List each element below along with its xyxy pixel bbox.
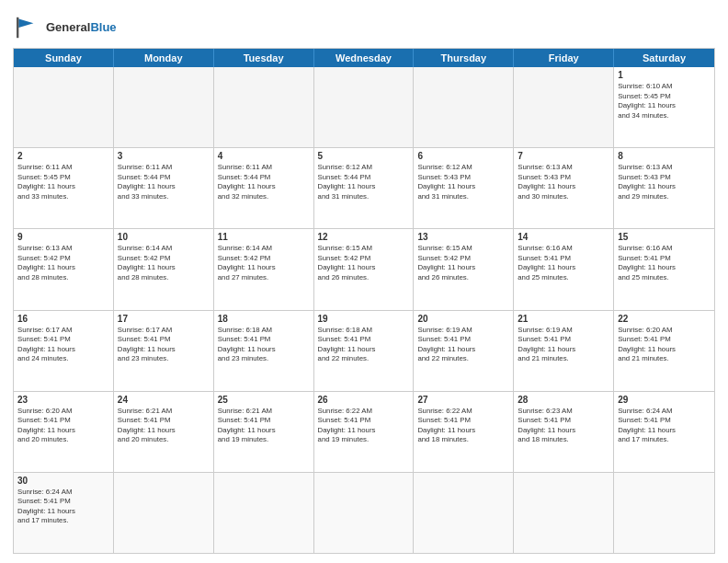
cal-cell-1-2: 4Sunrise: 6:11 AMSunset: 5:44 PMDaylight… bbox=[214, 148, 314, 228]
cal-cell-3-3: 19Sunrise: 6:18 AMSunset: 5:41 PMDayligh… bbox=[314, 311, 415, 391]
cal-cell-1-0: 2Sunrise: 6:11 AMSunset: 5:45 PMDaylight… bbox=[14, 148, 114, 228]
day-info: Sunrise: 6:16 AMSunset: 5:41 PMDaylight:… bbox=[518, 244, 609, 282]
day-number: 2 bbox=[17, 151, 109, 161]
day-info: Sunrise: 6:18 AMSunset: 5:41 PMDaylight:… bbox=[318, 326, 410, 364]
day-number: 27 bbox=[417, 395, 509, 405]
logo: GeneralBlue bbox=[13, 13, 117, 42]
cal-cell-0-6: 1Sunrise: 6:10 AMSunset: 5:45 PMDaylight… bbox=[614, 67, 714, 147]
cal-cell-5-0: 30Sunrise: 6:24 AMSunset: 5:41 PMDayligh… bbox=[14, 473, 114, 553]
day-info: Sunrise: 6:19 AMSunset: 5:41 PMDaylight:… bbox=[417, 326, 509, 364]
day-number: 12 bbox=[318, 232, 410, 242]
day-info: Sunrise: 6:24 AMSunset: 5:41 PMDaylight:… bbox=[618, 407, 711, 445]
cal-cell-3-6: 22Sunrise: 6:20 AMSunset: 5:41 PMDayligh… bbox=[614, 311, 714, 391]
day-info: Sunrise: 6:22 AMSunset: 5:41 PMDaylight:… bbox=[417, 407, 509, 445]
weekday-header-monday: Monday bbox=[114, 49, 214, 67]
cal-cell-4-1: 24Sunrise: 6:21 AMSunset: 5:41 PMDayligh… bbox=[114, 392, 214, 472]
day-info: Sunrise: 6:10 AMSunset: 5:45 PMDaylight:… bbox=[618, 82, 711, 121]
day-number: 8 bbox=[618, 151, 711, 161]
cal-cell-0-2 bbox=[214, 67, 314, 147]
day-info: Sunrise: 6:14 AMSunset: 5:42 PMDaylight:… bbox=[118, 244, 210, 282]
day-number: 28 bbox=[518, 395, 609, 405]
cal-cell-4-0: 23Sunrise: 6:20 AMSunset: 5:41 PMDayligh… bbox=[14, 392, 114, 472]
day-info: Sunrise: 6:18 AMSunset: 5:41 PMDaylight:… bbox=[218, 326, 310, 364]
cal-cell-4-6: 29Sunrise: 6:24 AMSunset: 5:41 PMDayligh… bbox=[614, 392, 714, 472]
cal-cell-2-6: 15Sunrise: 6:16 AMSunset: 5:41 PMDayligh… bbox=[614, 229, 714, 309]
cal-cell-3-4: 20Sunrise: 6:19 AMSunset: 5:41 PMDayligh… bbox=[414, 311, 514, 391]
header: GeneralBlue bbox=[13, 9, 715, 42]
day-number: 22 bbox=[618, 314, 711, 324]
cal-cell-2-3: 12Sunrise: 6:15 AMSunset: 5:42 PMDayligh… bbox=[314, 229, 415, 309]
day-number: 18 bbox=[218, 314, 310, 324]
day-info: Sunrise: 6:12 AMSunset: 5:43 PMDaylight:… bbox=[417, 163, 509, 201]
day-info: Sunrise: 6:22 AMSunset: 5:41 PMDaylight:… bbox=[318, 407, 410, 445]
day-number: 10 bbox=[118, 232, 210, 242]
weekday-header-tuesday: Tuesday bbox=[214, 49, 314, 67]
day-info: Sunrise: 6:14 AMSunset: 5:42 PMDaylight:… bbox=[218, 244, 310, 282]
day-info: Sunrise: 6:15 AMSunset: 5:42 PMDaylight:… bbox=[417, 244, 509, 282]
day-info: Sunrise: 6:11 AMSunset: 5:44 PMDaylight:… bbox=[218, 163, 310, 201]
calendar-row-4: 23Sunrise: 6:20 AMSunset: 5:41 PMDayligh… bbox=[14, 391, 714, 472]
day-info: Sunrise: 6:19 AMSunset: 5:41 PMDaylight:… bbox=[518, 326, 609, 364]
day-info: Sunrise: 6:23 AMSunset: 5:41 PMDaylight:… bbox=[518, 407, 609, 445]
day-info: Sunrise: 6:13 AMSunset: 5:43 PMDaylight:… bbox=[518, 163, 609, 201]
calendar: SundayMondayTuesdayWednesdayThursdayFrid… bbox=[13, 48, 715, 554]
day-number: 15 bbox=[618, 232, 711, 242]
svg-marker-0 bbox=[18, 18, 33, 28]
cal-cell-1-3: 5Sunrise: 6:12 AMSunset: 5:44 PMDaylight… bbox=[314, 148, 415, 228]
day-number: 3 bbox=[118, 151, 210, 161]
calendar-body: 1Sunrise: 6:10 AMSunset: 5:45 PMDaylight… bbox=[14, 67, 714, 553]
cal-cell-5-1 bbox=[114, 473, 214, 553]
day-number: 24 bbox=[118, 395, 210, 405]
cal-cell-3-1: 17Sunrise: 6:17 AMSunset: 5:41 PMDayligh… bbox=[114, 311, 214, 391]
cal-cell-0-5 bbox=[514, 67, 614, 147]
cal-cell-0-1 bbox=[114, 67, 214, 147]
day-number: 17 bbox=[118, 314, 210, 324]
day-number: 25 bbox=[218, 395, 310, 405]
cal-cell-3-5: 21Sunrise: 6:19 AMSunset: 5:41 PMDayligh… bbox=[514, 311, 614, 391]
day-info: Sunrise: 6:11 AMSunset: 5:45 PMDaylight:… bbox=[17, 163, 109, 201]
weekday-header-saturday: Saturday bbox=[614, 49, 714, 67]
cal-cell-0-4 bbox=[414, 67, 514, 147]
cal-cell-4-5: 28Sunrise: 6:23 AMSunset: 5:41 PMDayligh… bbox=[514, 392, 614, 472]
weekday-header-thursday: Thursday bbox=[414, 49, 514, 67]
cal-cell-5-6 bbox=[614, 473, 714, 553]
day-info: Sunrise: 6:13 AMSunset: 5:42 PMDaylight:… bbox=[17, 244, 109, 282]
cal-cell-0-3 bbox=[314, 67, 415, 147]
day-number: 29 bbox=[618, 395, 711, 405]
cal-cell-3-0: 16Sunrise: 6:17 AMSunset: 5:41 PMDayligh… bbox=[14, 311, 114, 391]
cal-cell-5-4 bbox=[414, 473, 514, 553]
day-info: Sunrise: 6:12 AMSunset: 5:44 PMDaylight:… bbox=[318, 163, 410, 201]
calendar-row-2: 9Sunrise: 6:13 AMSunset: 5:42 PMDaylight… bbox=[14, 228, 714, 309]
day-info: Sunrise: 6:24 AMSunset: 5:41 PMDaylight:… bbox=[17, 488, 109, 526]
day-number: 20 bbox=[417, 314, 509, 324]
day-info: Sunrise: 6:17 AMSunset: 5:41 PMDaylight:… bbox=[118, 326, 210, 364]
cal-cell-1-6: 8Sunrise: 6:13 AMSunset: 5:43 PMDaylight… bbox=[614, 148, 714, 228]
day-number: 19 bbox=[318, 314, 410, 324]
cal-cell-2-1: 10Sunrise: 6:14 AMSunset: 5:42 PMDayligh… bbox=[114, 229, 214, 309]
day-info: Sunrise: 6:17 AMSunset: 5:41 PMDaylight:… bbox=[17, 326, 109, 364]
calendar-row-0: 1Sunrise: 6:10 AMSunset: 5:45 PMDaylight… bbox=[14, 67, 714, 147]
logo-text-general: GeneralBlue bbox=[46, 21, 117, 34]
day-number: 26 bbox=[318, 395, 410, 405]
cal-cell-2-0: 9Sunrise: 6:13 AMSunset: 5:42 PMDaylight… bbox=[14, 229, 114, 309]
day-number: 14 bbox=[518, 232, 609, 242]
day-info: Sunrise: 6:21 AMSunset: 5:41 PMDaylight:… bbox=[118, 407, 210, 445]
cal-cell-2-2: 11Sunrise: 6:14 AMSunset: 5:42 PMDayligh… bbox=[214, 229, 314, 309]
day-info: Sunrise: 6:16 AMSunset: 5:41 PMDaylight:… bbox=[618, 244, 711, 282]
cal-cell-4-4: 27Sunrise: 6:22 AMSunset: 5:41 PMDayligh… bbox=[414, 392, 514, 472]
day-number: 9 bbox=[17, 232, 109, 242]
cal-cell-5-5 bbox=[514, 473, 614, 553]
day-info: Sunrise: 6:20 AMSunset: 5:41 PMDaylight:… bbox=[618, 326, 711, 364]
day-number: 6 bbox=[417, 151, 509, 161]
day-number: 21 bbox=[518, 314, 609, 324]
cal-cell-5-2 bbox=[214, 473, 314, 553]
day-number: 4 bbox=[218, 151, 310, 161]
cal-cell-0-0 bbox=[14, 67, 114, 147]
cal-cell-3-2: 18Sunrise: 6:18 AMSunset: 5:41 PMDayligh… bbox=[214, 311, 314, 391]
generalblue-logo-icon bbox=[13, 13, 42, 42]
day-info: Sunrise: 6:21 AMSunset: 5:41 PMDaylight:… bbox=[218, 407, 310, 445]
day-number: 7 bbox=[518, 151, 609, 161]
cal-cell-2-5: 14Sunrise: 6:16 AMSunset: 5:41 PMDayligh… bbox=[514, 229, 614, 309]
day-info: Sunrise: 6:15 AMSunset: 5:42 PMDaylight:… bbox=[318, 244, 410, 282]
weekday-header-sunday: Sunday bbox=[14, 49, 114, 67]
